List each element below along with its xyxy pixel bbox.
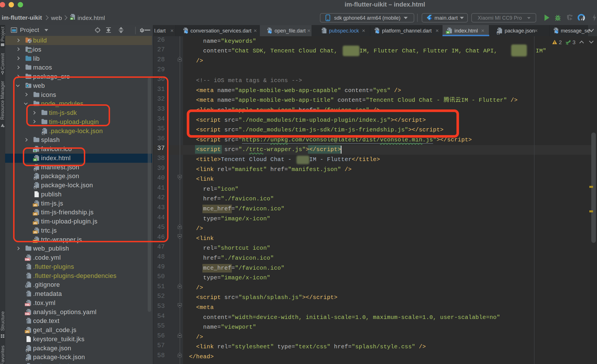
svg-text:H: H bbox=[71, 17, 72, 20]
svg-text:JS: JS bbox=[26, 330, 29, 333]
svg-text:YML: YML bbox=[25, 258, 30, 261]
svg-text:YML: YML bbox=[25, 304, 30, 306]
svg-text:H: H bbox=[447, 31, 449, 34]
svg-text:YML: YML bbox=[25, 313, 30, 315]
